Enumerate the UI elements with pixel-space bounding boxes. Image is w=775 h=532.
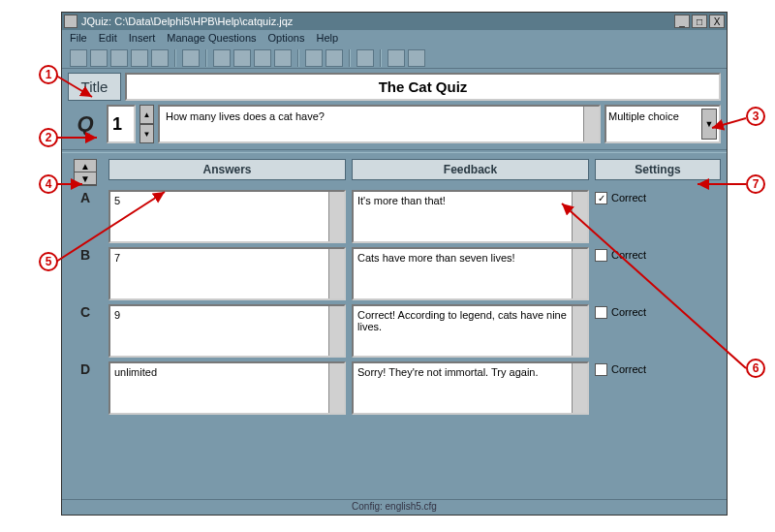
chevron-down-icon[interactable]: ▼ [701, 109, 717, 140]
answer-input[interactable]: 5 [108, 190, 346, 243]
scrollbar[interactable] [328, 306, 344, 356]
answer-nav-stepper[interactable]: ▲ ▼ [74, 159, 97, 186]
chevron-down-icon[interactable]: ▼ [140, 124, 154, 143]
question-number-stepper[interactable]: ▲ ▼ [140, 105, 154, 143]
maximize-button[interactable]: □ [692, 15, 707, 28]
scrollbar[interactable] [572, 363, 587, 413]
menu-edit[interactable]: Edit [99, 32, 117, 46]
folder2-icon[interactable] [233, 49, 251, 67]
scrollbar[interactable] [328, 192, 344, 241]
menu-help[interactable]: Help [316, 32, 338, 46]
scrollbar[interactable] [583, 107, 599, 141]
title-label: Title [68, 73, 121, 101]
toolbar [62, 47, 727, 69]
answer-text: 9 [114, 309, 120, 321]
row-letter: B [75, 247, 96, 263]
separator-icon [297, 49, 299, 67]
correct-checkbox[interactable] [595, 192, 607, 204]
callout-7: 7 [746, 174, 765, 194]
answer-text: unlimited [114, 366, 157, 378]
title-input[interactable]: The Cat Quiz [125, 73, 721, 101]
feedback-input[interactable]: Correct! According to legend, cats have … [352, 304, 589, 358]
tool-d-icon[interactable] [388, 49, 405, 67]
correct-checkbox[interactable] [595, 306, 607, 319]
append-icon[interactable] [131, 49, 148, 67]
save-icon[interactable] [110, 49, 128, 67]
correct-label: Correct [611, 249, 646, 261]
workarea: Title The Cat Quiz Q 1 ▲ ▼ How many live… [62, 69, 727, 149]
answer-input[interactable]: 7 [108, 247, 346, 300]
feedback-input[interactable]: Sorry! They're not immortal. Try again. [352, 361, 589, 415]
callout-4: 4 [39, 174, 58, 194]
pref-icon[interactable] [151, 49, 169, 67]
answer-input[interactable]: 9 [108, 304, 346, 358]
scrollbar[interactable] [328, 363, 344, 413]
feedback-text: Correct! According to legend, cats have … [357, 309, 567, 332]
separator-icon [174, 49, 176, 67]
correct-label: Correct [611, 192, 646, 203]
answer-row: B 7 Cats have more than seven lives! Cor… [68, 247, 721, 304]
chevron-up-icon[interactable]: ▲ [75, 160, 96, 172]
correct-checkbox[interactable] [595, 249, 607, 262]
answer-row: D unlimited Sorry! They're not immortal.… [68, 361, 721, 419]
separator-icon [349, 49, 351, 67]
menu-file[interactable]: File [70, 32, 87, 46]
callout-6: 6 [746, 359, 765, 378]
scrollbar[interactable] [572, 306, 587, 356]
app-window: JQuiz: C:\Data\Delphi5\HPB\Help\catquiz.… [61, 12, 728, 516]
tool-b-icon[interactable] [326, 49, 343, 67]
feedback-input[interactable]: It's more than that! [352, 190, 589, 243]
feedback-header: Feedback [352, 159, 589, 180]
titlebar: JQuiz: C:\Data\Delphi5\HPB\Help\catquiz.… [62, 13, 727, 30]
separator-icon [205, 49, 207, 67]
question-text-value: How many lives does a cat have? [166, 110, 325, 122]
question-text-input[interactable]: How many lives does a cat have? [158, 105, 601, 143]
export-icon[interactable] [254, 49, 271, 67]
callout-1: 1 [39, 65, 58, 84]
answer-row: A 5 It's more than that! Correct [68, 190, 721, 247]
menu-manage-questions[interactable]: Manage Questions [167, 32, 256, 46]
callout-5: 5 [39, 252, 58, 271]
correct-checkbox[interactable] [595, 363, 607, 376]
callout-3: 3 [746, 107, 765, 126]
correct-label: Correct [611, 363, 646, 375]
feedback-text: Sorry! They're not immortal. Try again. [357, 366, 539, 378]
tool-e-icon[interactable] [408, 49, 425, 67]
question-symbol: Q [68, 105, 103, 143]
menubar: File Edit Insert Manage Questions Option… [62, 30, 727, 47]
row-letter: C [75, 304, 96, 320]
export2-icon[interactable] [274, 49, 292, 67]
correct-label: Correct [611, 306, 646, 318]
answer-input[interactable]: unlimited [108, 361, 346, 415]
open-icon[interactable] [90, 49, 108, 67]
app-icon [64, 15, 78, 28]
row-letter: D [75, 361, 96, 377]
undo-icon[interactable] [182, 49, 200, 67]
answer-text: 7 [114, 252, 120, 264]
scrollbar[interactable] [572, 192, 587, 241]
feedback-input[interactable]: Cats have more than seven lives! [352, 247, 589, 300]
settings-header: Settings [595, 159, 721, 180]
feedback-text: It's more than that! [357, 195, 446, 206]
folder-icon[interactable] [213, 49, 231, 67]
separator-icon [380, 49, 382, 67]
titlebar-text: JQuiz: C:\Data\Delphi5\HPB\Help\catquiz.… [81, 16, 672, 27]
statusbar: Config: english5.cfg [62, 499, 727, 515]
answer-row: C 9 Correct! According to legend, cats h… [68, 304, 721, 361]
chevron-down-icon[interactable]: ▼ [75, 172, 96, 185]
answers-header: Answers [108, 159, 346, 180]
feedback-text: Cats have more than seven lives! [357, 252, 515, 264]
scrollbar[interactable] [572, 249, 587, 298]
question-number-input[interactable]: 1 [107, 105, 136, 143]
new-icon[interactable] [70, 49, 87, 67]
chevron-up-icon[interactable]: ▲ [140, 105, 154, 124]
minimize-button[interactable]: _ [674, 15, 690, 28]
tool-c-icon[interactable] [356, 49, 374, 67]
question-type-select[interactable]: Multiple choice ▼ [604, 105, 721, 143]
scrollbar[interactable] [328, 249, 344, 298]
tool-a-icon[interactable] [305, 49, 323, 67]
menu-options[interactable]: Options [268, 32, 305, 46]
menu-insert[interactable]: Insert [129, 32, 156, 46]
question-type-value: Multiple choice [608, 110, 679, 122]
close-button[interactable]: X [709, 15, 725, 28]
